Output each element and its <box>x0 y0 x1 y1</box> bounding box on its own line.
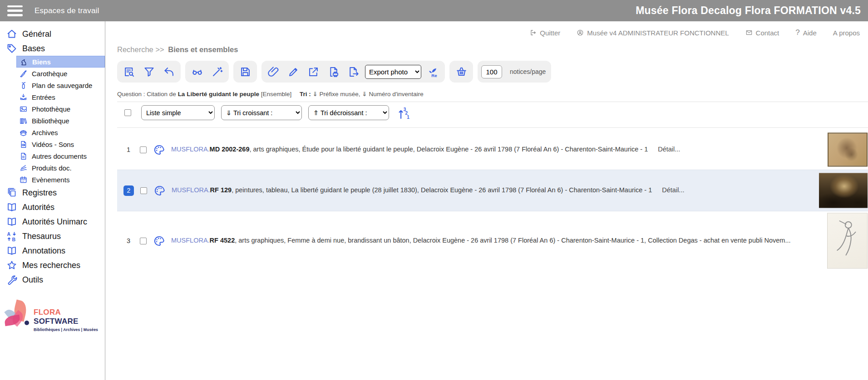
account-link[interactable]: Musée v4 ADMINISTRATEUR FONCTIONNEL <box>577 29 729 37</box>
select-all-checkbox[interactable] <box>124 109 131 116</box>
list-mode-select[interactable]: Liste simple <box>141 105 215 120</box>
save-button[interactable] <box>237 63 253 80</box>
result-row[interactable]: 3 MUSFLORA.RF 4522, arts graphiques, Fem… <box>117 211 868 270</box>
sidebar-item-label: Biens <box>32 58 51 66</box>
list-search-button[interactable] <box>121 63 137 80</box>
inventory-number: RF 129 <box>210 186 232 194</box>
inventory-number: RF 4522 <box>210 237 235 244</box>
sidebar-item-autorites[interactable]: Autorités <box>0 200 105 214</box>
quit-label: Quitter <box>540 29 560 37</box>
hamburger-menu-icon[interactable] <box>7 5 23 16</box>
list-search-icon <box>123 66 135 78</box>
detail-link[interactable]: Détail... <box>658 146 680 153</box>
museum-prefix-link[interactable]: MUSFLORA. <box>172 186 210 194</box>
palette-icon <box>153 185 166 197</box>
artwork-thumbnail[interactable] <box>819 173 868 208</box>
sidebar-item-archives[interactable]: Archives <box>16 127 105 138</box>
edit-button[interactable] <box>285 63 301 80</box>
museum-prefix-link[interactable]: MUSFLORA. <box>171 146 210 153</box>
sidebar-item-bases[interactable]: Bases <box>0 41 105 56</box>
calendar-icon <box>19 175 28 184</box>
workspaces-label[interactable]: Espaces de travail <box>35 6 99 15</box>
sidebar-item-label: Archives <box>32 129 58 136</box>
sort-ascending-select[interactable]: ⇓ Tri croissant : <box>221 105 302 120</box>
inventory-number: MD 2002-269 <box>210 146 250 153</box>
contact-link[interactable]: Contact <box>745 29 779 37</box>
detail-link[interactable]: Détail... <box>662 186 684 194</box>
museum-prefix-link[interactable]: MUSFLORA. <box>171 237 210 244</box>
app-title: Musée Flora Decalog Flora FORMATION v4.5 <box>636 5 861 17</box>
sort-alpha-icon <box>6 231 17 242</box>
sidebar-item-entrees[interactable]: Entrées <box>16 91 105 103</box>
sidebar-item-thesaurus[interactable]: Thesaurus <box>0 229 105 244</box>
sidebar-item-bibliotheque[interactable]: Bibliothèque <box>16 115 105 127</box>
magic-wand-button[interactable] <box>209 63 225 80</box>
about-link[interactable]: A propos <box>833 29 860 37</box>
notices-per-page-input[interactable] <box>481 65 502 78</box>
knight-icon <box>20 58 28 66</box>
help-link[interactable]: ? Aide <box>795 28 817 37</box>
artwork-thumbnail[interactable] <box>828 133 868 167</box>
sidebar-item-label: Autorités <box>22 203 54 212</box>
sidebar-item-label: Autres documents <box>32 152 87 160</box>
logo-tagline: Bibliothèques | Archives | Musées <box>34 327 105 332</box>
recolnat-button[interactable] <box>425 63 441 80</box>
pencil-icon <box>287 66 300 78</box>
books-icon <box>19 117 28 125</box>
glasses-button[interactable] <box>189 63 205 80</box>
file-export-button[interactable] <box>345 63 361 80</box>
sidebar-item-mes-recherches[interactable]: Mes recherches <box>0 258 105 273</box>
open-book-icon <box>6 216 17 227</box>
sidebar-item-general[interactable]: Général <box>0 27 105 41</box>
sort-descending-select[interactable]: ⇑ Tri décroissant : <box>308 105 389 120</box>
breadcrumb-prefix[interactable]: Recherche >> <box>117 45 164 54</box>
export-photo-select[interactable]: Export photo <box>365 65 421 79</box>
external-link-button[interactable] <box>305 63 321 80</box>
toolbar: Export photo notices/page <box>117 61 868 83</box>
quit-link[interactable]: Quitter <box>529 29 560 37</box>
query-label: Question : <box>117 91 145 97</box>
sidebar-item-plan-de-sauvegarde[interactable]: Plan de sauvegarde <box>16 79 105 91</box>
sidebar-item-annotations[interactable]: Annotations <box>0 244 105 258</box>
basket-button[interactable] <box>453 63 469 80</box>
sidebar-item-evenements[interactable]: Evènements <box>16 174 105 185</box>
toolbar-group-view <box>185 61 229 83</box>
question-mark-icon: ? <box>795 28 799 37</box>
sidebar-item-biens[interactable]: Biens <box>16 56 105 68</box>
sidebar-item-phototheque[interactable]: Photothèque <box>16 103 105 115</box>
sidebar-item-produits-doc[interactable]: Produits doc. <box>16 162 105 174</box>
sidebar-item-autorites-unimarc[interactable]: Autorités Unimarc <box>0 214 105 229</box>
sidebar-item-label: Bases <box>22 44 45 54</box>
row-checkbox[interactable] <box>140 146 147 153</box>
magic-wand-icon <box>211 66 223 78</box>
result-row[interactable]: 1 MUSFLORA.MD 2002-269, arts graphiques,… <box>117 130 868 170</box>
object-description: , arts graphiques, Étude pour la liberté… <box>249 146 648 153</box>
row-checkbox[interactable] <box>140 187 147 194</box>
sidebar-item-label: Bibliothèque <box>32 117 69 125</box>
sort-321-icon[interactable] <box>397 106 411 120</box>
inbox-download-icon <box>19 93 28 102</box>
sidebar-item-outils[interactable]: Outils <box>0 273 105 287</box>
sidebar-item-label: Photothèque <box>32 105 70 113</box>
undo-button[interactable] <box>161 63 177 80</box>
attach-button[interactable] <box>265 63 281 80</box>
file-print-button[interactable] <box>325 63 341 80</box>
row-number-badge: 2 <box>123 185 134 196</box>
photo-icon <box>19 105 28 113</box>
separator <box>117 127 868 128</box>
filter-button[interactable] <box>141 63 157 80</box>
row-number: 3 <box>123 237 133 244</box>
brush-icon <box>19 69 28 78</box>
breadcrumb-current: Biens et ensembles <box>168 45 238 54</box>
sidebar-item-carotheque[interactable]: Carothèque <box>16 68 105 79</box>
logo-software: SOFTWARE <box>34 317 79 326</box>
sidebar-item-autres-documents[interactable]: Autres documents <box>16 150 105 162</box>
result-row-selected[interactable]: 2 MUSFLORA.RF 129, peintures, tableau, L… <box>117 170 868 211</box>
sidebar-item-registres[interactable]: Registres <box>0 185 105 200</box>
row-checkbox[interactable] <box>140 238 147 244</box>
artwork-thumbnail[interactable] <box>827 213 868 269</box>
sidebar-item-videos-sons[interactable]: Vidéos - Sons <box>16 138 105 150</box>
palette-icon <box>153 235 165 247</box>
notices-per-page-label: notices/page <box>510 68 546 75</box>
sidebar-item-label: Mes recherches <box>22 261 80 270</box>
